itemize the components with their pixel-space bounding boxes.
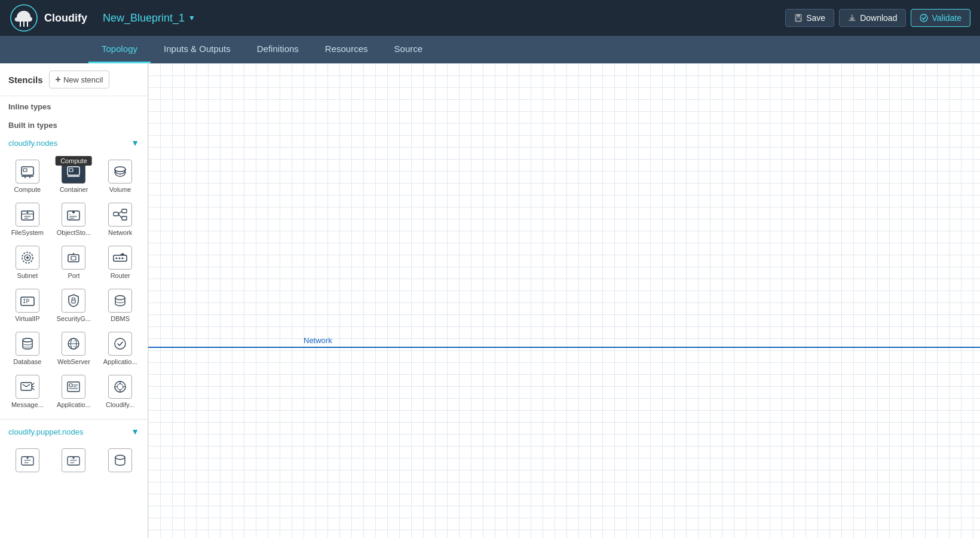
validate-button[interactable]: Validate [911, 9, 970, 27]
nav-tabs: Topology Inputs & Outputs Definitions Re… [0, 36, 980, 63]
stencil-application[interactable]: Applicatio... [97, 327, 143, 369]
svg-rect-19 [122, 209, 127, 213]
stencil-cloudify[interactable]: Cloudify... [97, 370, 143, 412]
puppet-3-icon [108, 448, 132, 472]
puppet-1-icon [16, 448, 39, 472]
save-icon [794, 14, 803, 22]
svg-rect-2 [797, 14, 800, 17]
canvas-network-label: Network [304, 336, 332, 345]
application-icon [108, 332, 132, 356]
network-label: Network [108, 229, 132, 236]
svg-point-48 [73, 457, 75, 459]
stencil-port[interactable]: Port [51, 241, 97, 283]
stencil-puppet-1[interactable] [5, 444, 50, 478]
virtualip-label: VirtualIP [15, 315, 39, 322]
svg-rect-25 [71, 256, 76, 260]
stencil-grid-puppet-nodes [0, 441, 148, 483]
download-label: Download [860, 13, 897, 23]
blueprint-dropdown-icon[interactable]: ▼ [188, 14, 195, 22]
svg-point-29 [119, 258, 121, 259]
stencil-objectstorage[interactable]: ObjectSto... [51, 198, 97, 240]
database-icon [16, 332, 39, 356]
stencil-application2[interactable]: Applicatio... [51, 370, 97, 412]
database-label: Database [13, 358, 41, 365]
stencil-volume[interactable]: Volume [97, 155, 143, 197]
container-label: Container [60, 186, 88, 193]
stencil-subnet[interactable]: Subnet [5, 241, 50, 283]
svg-point-4 [920, 14, 927, 22]
sidebar-divider [0, 419, 148, 420]
save-button[interactable]: Save [785, 9, 834, 27]
svg-point-39 [115, 338, 125, 349]
message-icon [16, 375, 39, 399]
compute-label: Compute [14, 186, 41, 193]
stencil-dbms[interactable]: DBMS [97, 284, 143, 326]
svg-point-46 [26, 457, 28, 459]
blueprint-title-text: New_Blueprint_1 [103, 12, 185, 25]
blueprint-title[interactable]: New_Blueprint_1 ▼ [103, 12, 776, 25]
svg-rect-24 [68, 255, 79, 262]
logo-text: Cloudify [44, 12, 87, 25]
canvas-area[interactable]: Network [148, 63, 980, 538]
port-icon [62, 246, 85, 270]
svg-point-30 [122, 258, 124, 259]
category-cloudify-nodes[interactable]: cloudify.nodes ▼ [0, 133, 148, 152]
subnet-label: Subnet [17, 272, 38, 279]
stencil-router[interactable]: Router [97, 241, 143, 283]
stencil-filesystem[interactable]: FileSystem [5, 198, 50, 240]
stencil-puppet-3[interactable] [97, 444, 143, 478]
validate-icon [920, 14, 928, 22]
canvas-network-node[interactable]: Network [304, 336, 332, 345]
tab-definitions[interactable]: Definitions [244, 36, 312, 63]
webserver-label: WebServer [57, 358, 90, 365]
category-puppet-nodes-name: cloudify.puppet.nodes [8, 427, 84, 436]
new-stencil-label: New stencil [63, 75, 103, 84]
webserver-icon [62, 332, 85, 356]
main-layout: Stencils + New stencil Inline types Buil… [0, 63, 980, 538]
port-label: Port [68, 272, 79, 279]
svg-point-28 [116, 258, 118, 259]
stencil-virtualip[interactable]: IP VirtualIP [5, 284, 50, 326]
router-icon [108, 246, 132, 270]
compute-icon [16, 160, 39, 184]
stencil-network[interactable]: Network [97, 198, 143, 240]
svg-rect-20 [122, 216, 127, 220]
download-button[interactable]: Download [839, 9, 906, 27]
stencil-securitygroup[interactable]: SecurityG... [51, 284, 97, 326]
svg-point-49 [115, 456, 125, 460]
svg-point-23 [26, 256, 29, 259]
category-puppet-chevron: ▼ [131, 427, 139, 436]
stencil-message[interactable]: Message... [5, 370, 50, 412]
svg-point-13 [115, 167, 125, 172]
message-label: Message... [11, 401, 44, 408]
subnet-icon [16, 246, 39, 270]
stencil-container[interactable]: Compute Container [51, 155, 97, 197]
container-icon [62, 160, 85, 184]
application-label: Applicatio... [103, 358, 137, 365]
application2-label: Applicatio... [57, 401, 91, 408]
svg-rect-18 [114, 212, 118, 216]
securitygroup-label: SecurityG... [57, 315, 91, 322]
save-label: Save [806, 13, 825, 23]
securitygroup-icon [62, 289, 85, 313]
stencil-webserver[interactable]: WebServer [51, 327, 97, 369]
stencil-puppet-2[interactable] [51, 444, 97, 478]
svg-rect-11 [69, 169, 73, 172]
cloudify-logo-icon [10, 4, 38, 32]
tab-topology[interactable]: Topology [88, 36, 151, 63]
application2-icon [62, 375, 85, 399]
category-cloudify-nodes-chevron: ▼ [131, 138, 139, 148]
svg-point-35 [23, 338, 32, 342]
svg-point-34 [115, 296, 125, 300]
inline-types-label: Inline types [0, 96, 148, 115]
network-icon [108, 203, 132, 227]
stencil-database[interactable]: Database [5, 327, 50, 369]
tab-inputs-outputs[interactable]: Inputs & Outputs [151, 36, 244, 63]
tab-resources[interactable]: Resources [312, 36, 381, 63]
tab-source[interactable]: Source [381, 36, 436, 63]
virtualip-icon: IP [16, 289, 39, 313]
category-cloudify-puppet-nodes[interactable]: cloudify.puppet.nodes ▼ [0, 422, 148, 441]
stencil-compute[interactable]: Compute [5, 155, 50, 197]
new-stencil-button[interactable]: + New stencil [49, 71, 110, 88]
stencil-grid-cloudify-nodes: Compute Compute Container Volume [0, 152, 148, 417]
